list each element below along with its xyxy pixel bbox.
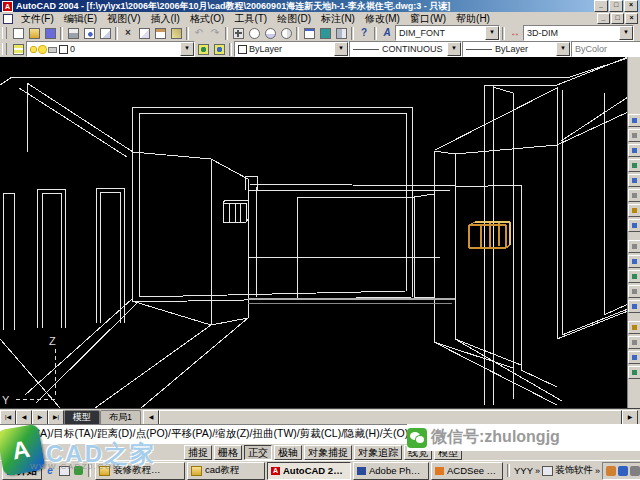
tool-palettes-button[interactable] — [333, 26, 349, 40]
menu-modify[interactable]: 修改(M) — [360, 12, 405, 26]
menu-dimension[interactable]: 标注(N) — [316, 12, 360, 26]
scroll-right-button[interactable]: ▶ — [622, 410, 638, 425]
paste-button[interactable] — [152, 26, 168, 40]
right-toolbar-icon[interactable] — [628, 144, 640, 157]
copy-button[interactable] — [136, 26, 152, 40]
right-toolbar-icon[interactable] — [628, 270, 640, 283]
layer-freeze-icon[interactable] — [39, 46, 46, 53]
chevron-icon[interactable]: » — [535, 466, 540, 476]
tab-model[interactable]: 模型 — [64, 410, 100, 424]
right-toolbar-icon[interactable] — [628, 255, 640, 268]
properties-button[interactable] — [301, 26, 317, 40]
taskbar-button-photoshop[interactable]: Adobe Photo… — [353, 462, 429, 480]
cut-button[interactable]: × — [120, 26, 136, 40]
layer-dropdown[interactable]: 0 ▼ — [26, 41, 195, 57]
designcenter-button[interactable] — [317, 26, 333, 40]
wireframe-3d-view[interactable]: ZY — [0, 57, 627, 408]
zoom-realtime-button[interactable] — [246, 26, 262, 40]
restore-button[interactable]: □ — [609, 0, 623, 12]
taskbar-toolbar-yyy[interactable]: YYY — [514, 465, 533, 476]
minimize-button[interactable]: _ — [594, 0, 608, 12]
taskbar-toolbar-decor[interactable]: 装饰软件 — [555, 464, 593, 477]
tray-icon[interactable] — [618, 466, 628, 476]
status-grid-button[interactable]: 栅格 — [214, 445, 242, 460]
right-toolbar-icon[interactable] — [628, 240, 640, 253]
menu-insert[interactable]: 插入(I) — [145, 12, 184, 26]
status-polar-button[interactable]: 极轴 — [274, 445, 302, 460]
status-osnap-button[interactable]: 对象捕捉 — [304, 445, 352, 460]
save-button[interactable] — [42, 26, 58, 40]
right-toolbar-icon[interactable] — [628, 336, 640, 349]
dropdown-arrow-icon[interactable]: ▼ — [447, 42, 461, 56]
text-style-button[interactable]: A — [379, 26, 395, 40]
tab-next-button[interactable]: ▶ — [32, 410, 48, 425]
right-toolbar-icon[interactable] — [628, 174, 640, 187]
taskbar-button-folder2[interactable]: cad教程 — [187, 462, 265, 480]
right-toolbar-icon[interactable] — [628, 189, 640, 202]
right-toolbar-icon[interactable] — [628, 129, 640, 142]
scrollbar-thumb[interactable] — [159, 410, 622, 425]
tab-last-button[interactable]: ▶| — [48, 410, 64, 425]
layer-lock-icon[interactable] — [48, 47, 57, 53]
dropdown-arrow-icon[interactable]: ▼ — [619, 26, 633, 40]
toolbar-grip[interactable] — [2, 27, 7, 39]
plot-preview-button[interactable] — [81, 26, 97, 40]
linetype-control-dropdown[interactable]: CONTINUOUS ▼ — [349, 41, 462, 57]
menu-file[interactable]: 文件(F) — [16, 12, 59, 26]
menu-edit[interactable]: 编辑(E) — [59, 12, 102, 26]
new-file-button[interactable] — [10, 26, 26, 40]
chevron-icon[interactable]: » — [595, 466, 600, 476]
undo-button[interactable]: ↶ — [191, 26, 207, 40]
right-toolbar-icon[interactable] — [628, 300, 640, 313]
lineweight-control-dropdown[interactable]: ByLayer ▼ — [462, 41, 571, 57]
drawing-area[interactable]: ZY — [0, 57, 640, 408]
zoom-window-button[interactable] — [262, 26, 278, 40]
toolbar-grip[interactable] — [2, 43, 7, 55]
pan-button[interactable] — [230, 26, 246, 40]
plot-style-control-dropdown[interactable]: ByColor ▼ — [571, 41, 640, 57]
tray-icon[interactable] — [606, 466, 616, 476]
right-toolbar-icon[interactable] — [628, 351, 640, 364]
menu-help[interactable]: 帮助(H) — [451, 12, 495, 26]
zoom-previous-button[interactable] — [278, 26, 294, 40]
match-properties-button[interactable] — [168, 26, 184, 40]
right-toolbar-icon[interactable] — [628, 114, 640, 127]
dropdown-arrow-icon[interactable]: ▼ — [334, 42, 348, 56]
autocad-app-icon[interactable]: A — [2, 1, 13, 12]
open-file-button[interactable] — [26, 26, 42, 40]
menu-view[interactable]: 视图(V) — [102, 12, 145, 26]
doc-minimize-button[interactable]: _ — [597, 13, 610, 24]
make-object-layer-current-button[interactable] — [195, 42, 211, 56]
document-icon[interactable] — [3, 14, 13, 24]
layer-on-icon[interactable] — [30, 46, 37, 53]
tab-layout1[interactable]: 布局1 — [100, 410, 141, 424]
right-toolbar-icon[interactable] — [628, 204, 640, 217]
dropdown-arrow-icon[interactable]: ▼ — [556, 42, 570, 56]
doc-restore-button[interactable]: □ — [611, 13, 624, 24]
status-otrack-button[interactable]: 对象追踪 — [354, 445, 402, 460]
layer-properties-button[interactable] — [10, 42, 26, 56]
publish-button[interactable] — [97, 26, 113, 40]
layer-previous-button[interactable] — [211, 42, 227, 56]
right-toolbar-icon[interactable] — [628, 285, 640, 298]
menu-format[interactable]: 格式(O) — [185, 12, 229, 26]
taskbar-button-acdsee[interactable]: ACDSee v3.1… — [431, 462, 503, 480]
dropdown-arrow-icon[interactable]: ▼ — [180, 42, 194, 56]
doc-close-button[interactable]: × — [625, 13, 638, 24]
tab-first-button[interactable]: |◀ — [0, 410, 16, 425]
status-ortho-button[interactable]: 正交 — [244, 445, 272, 460]
close-button[interactable]: × — [624, 0, 638, 12]
right-toolbar-icon[interactable] — [628, 366, 640, 379]
dim-style-button[interactable]: ↔ — [507, 26, 523, 40]
tab-prev-button[interactable]: ◀ — [16, 410, 32, 425]
plot-button[interactable] — [65, 26, 81, 40]
dim-style-dropdown[interactable]: 3D-DIM ▼ — [523, 25, 634, 41]
dropdown-arrow-icon[interactable]: ▼ — [485, 26, 499, 40]
horizontal-scrollbar[interactable]: ◀ ▶ — [143, 411, 638, 424]
status-snap-button[interactable]: 捕捉 — [184, 445, 212, 460]
right-toolbar-icon[interactable] — [628, 321, 640, 334]
redo-button[interactable]: ↷ — [207, 26, 223, 40]
taskbar-button-autocad[interactable]: A AutoCAD 200… — [267, 462, 351, 480]
help-button[interactable]: ? — [356, 26, 372, 40]
menu-tools[interactable]: 工具(T) — [229, 12, 272, 26]
